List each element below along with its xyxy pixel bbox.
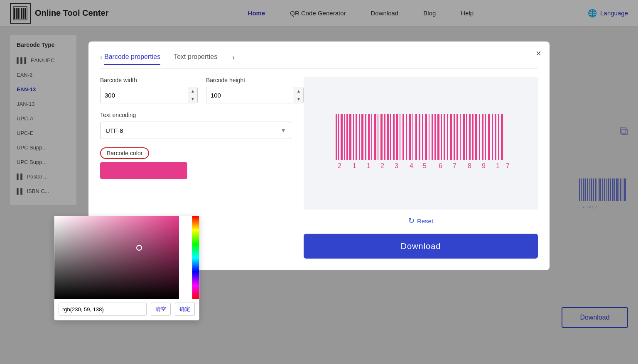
dimensions-row: Barcode width ▲ ▼ Barcode height — [100, 77, 291, 103]
svg-rect-61 — [425, 114, 427, 160]
reset-icon: ↻ — [408, 216, 415, 225]
svg-rect-34 — [341, 114, 343, 160]
svg-rect-52 — [396, 114, 398, 160]
svg-rect-78 — [479, 114, 480, 160]
svg-rect-51 — [393, 114, 395, 160]
height-increment[interactable]: ▲ — [294, 87, 303, 95]
svg-text:5: 5 — [423, 162, 427, 169]
svg-text:4: 4 — [410, 162, 413, 169]
close-button[interactable]: × — [536, 48, 541, 59]
tab-prev-arrow[interactable]: ‹ — [100, 53, 103, 62]
height-input[interactable] — [206, 87, 294, 103]
color-picker-bottom: 清空 确定 — [54, 299, 199, 316]
tab-barcode-properties[interactable]: Barcode properties — [104, 50, 160, 65]
svg-rect-55 — [406, 114, 407, 160]
height-decrement[interactable]: ▼ — [294, 95, 303, 103]
svg-rect-66 — [441, 114, 442, 160]
svg-text:2: 2 — [380, 162, 384, 169]
svg-text:6: 6 — [439, 162, 442, 169]
svg-text:8: 8 — [468, 162, 471, 169]
svg-rect-41 — [361, 114, 363, 160]
svg-rect-70 — [454, 114, 455, 160]
svg-rect-35 — [344, 114, 345, 160]
gradient-container — [54, 216, 199, 299]
encoding-label: Text encoding — [100, 112, 291, 118]
color-group: Barcode color — [100, 139, 291, 179]
svg-text:7: 7 — [453, 162, 456, 169]
width-input-wrap: ▲ ▼ — [100, 87, 198, 103]
encoding-select-wrap: UTF-8 ISO-8859-1 ASCII ▼ — [100, 122, 291, 139]
svg-rect-68 — [447, 114, 448, 160]
tab-text-properties[interactable]: Text properties — [174, 50, 217, 65]
svg-rect-58 — [415, 114, 417, 160]
reset-button[interactable]: ↻ Reset — [408, 216, 433, 225]
svg-rect-50 — [390, 114, 391, 160]
svg-rect-36 — [346, 114, 348, 160]
svg-rect-69 — [450, 114, 452, 160]
svg-text:3: 3 — [395, 162, 398, 169]
width-decrement[interactable]: ▼ — [188, 95, 197, 103]
height-group: Barcode height ▲ ▼ — [206, 77, 304, 103]
color-picker-popup: 清空 确定 — [54, 216, 199, 320]
svg-rect-63 — [432, 114, 433, 160]
height-input-wrap: ▲ ▼ — [206, 87, 304, 103]
svg-text:7: 7 — [506, 162, 510, 169]
svg-rect-54 — [402, 114, 404, 160]
svg-rect-56 — [409, 114, 411, 160]
svg-rect-53 — [400, 114, 400, 160]
right-panel: 2 1 1 2 3 4 5 6 7 8 9 1 7 — [304, 77, 538, 259]
svg-rect-84 — [498, 114, 499, 160]
svg-rect-83 — [495, 114, 496, 160]
barcode-preview-svg: 2 1 1 2 3 4 5 6 7 8 9 1 7 — [327, 110, 514, 176]
svg-rect-60 — [422, 114, 423, 160]
height-spinners: ▲ ▼ — [294, 87, 303, 103]
svg-text:1: 1 — [353, 162, 356, 169]
svg-rect-62 — [429, 114, 429, 160]
width-group: Barcode width ▲ ▼ — [100, 77, 198, 103]
color-swatch[interactable] — [100, 162, 187, 179]
svg-rect-39 — [356, 114, 357, 160]
svg-rect-45 — [374, 114, 376, 160]
svg-rect-57 — [412, 114, 413, 160]
svg-rect-44 — [371, 114, 372, 160]
svg-rect-42 — [365, 114, 366, 160]
svg-rect-33 — [338, 114, 339, 160]
color-gradient[interactable] — [54, 216, 179, 299]
width-increment[interactable]: ▲ — [188, 87, 197, 95]
svg-rect-65 — [437, 114, 439, 160]
width-spinners: ▲ ▼ — [188, 87, 197, 103]
download-button[interactable]: Download — [304, 234, 538, 259]
confirm-button[interactable]: 确定 — [175, 303, 195, 316]
barcode-preview: 2 1 1 2 3 4 5 6 7 8 9 1 7 — [304, 77, 538, 210]
svg-rect-47 — [380, 114, 383, 160]
encoding-group: Text encoding UTF-8 ISO-8859-1 ASCII ▼ — [100, 112, 291, 139]
svg-rect-79 — [482, 114, 483, 160]
svg-rect-72 — [460, 114, 461, 160]
svg-rect-74 — [466, 114, 467, 160]
tab-next-arrow[interactable]: › — [232, 53, 235, 62]
width-label: Barcode width — [100, 77, 198, 83]
svg-rect-38 — [353, 114, 354, 160]
svg-rect-76 — [472, 114, 474, 160]
svg-rect-49 — [387, 114, 389, 160]
svg-rect-81 — [488, 114, 490, 160]
svg-rect-48 — [384, 114, 385, 160]
width-input[interactable] — [101, 87, 188, 103]
svg-rect-77 — [475, 114, 477, 160]
svg-rect-82 — [492, 114, 493, 160]
svg-rect-80 — [485, 114, 486, 160]
svg-text:1: 1 — [367, 162, 371, 169]
color-hue-strip[interactable] — [192, 216, 199, 299]
svg-rect-40 — [359, 114, 360, 160]
svg-rect-43 — [368, 114, 370, 160]
color-picker-dot — [136, 245, 142, 251]
rgb-input[interactable] — [59, 303, 147, 316]
svg-rect-75 — [469, 114, 471, 160]
svg-text:9: 9 — [482, 162, 486, 169]
svg-rect-73 — [463, 114, 465, 160]
modal-header: ‹ Barcode properties Text properties › × — [88, 42, 550, 65]
svg-rect-64 — [434, 114, 436, 160]
svg-rect-37 — [349, 114, 351, 160]
clear-button[interactable]: 清空 — [151, 303, 171, 316]
encoding-select[interactable]: UTF-8 ISO-8859-1 ASCII — [100, 122, 291, 139]
